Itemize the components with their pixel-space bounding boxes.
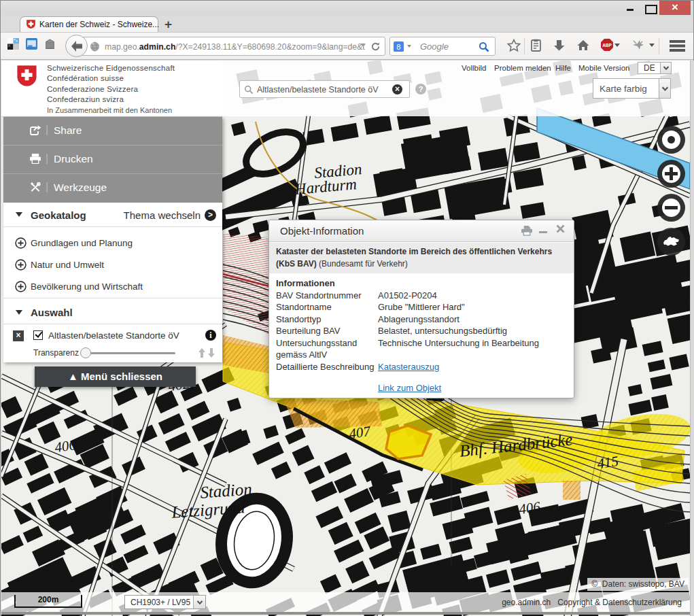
svg-text:ABP: ABP	[602, 43, 612, 48]
svg-text:415: 415	[596, 453, 620, 472]
svg-text:Stadion: Stadion	[199, 479, 252, 501]
svg-text:406: 406	[518, 498, 542, 517]
svg-text:8: 8	[396, 43, 400, 51]
svg-text:407: 407	[348, 423, 372, 442]
svg-text:406: 406	[54, 437, 77, 456]
